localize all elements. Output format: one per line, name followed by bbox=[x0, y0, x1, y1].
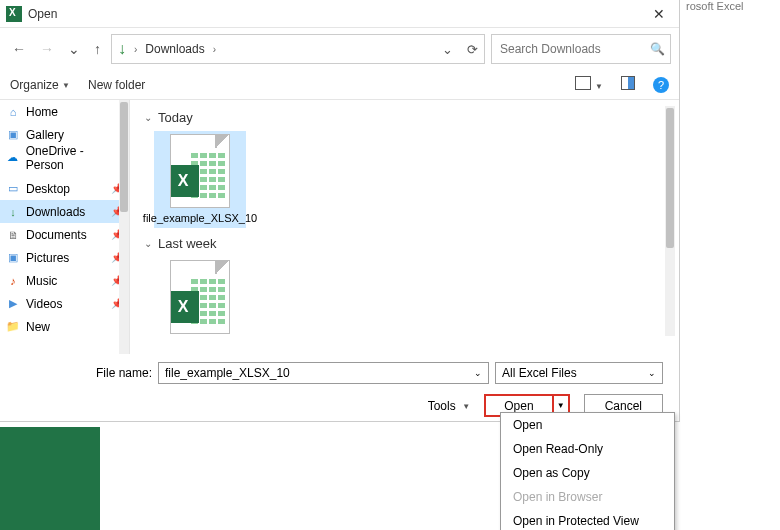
dialog-title: Open bbox=[28, 7, 57, 21]
gallery-icon: ▣ bbox=[6, 128, 20, 142]
back-button[interactable]: ← bbox=[12, 41, 26, 57]
sidebar-item-music[interactable]: ♪Music📌 bbox=[0, 269, 129, 292]
file-tile[interactable]: Xfile_example_XLSX_10 bbox=[154, 131, 246, 228]
recent-locations-button[interactable]: ⌄ bbox=[68, 41, 80, 57]
download-icon: ↓ bbox=[118, 40, 126, 58]
titlebar: Open ✕ bbox=[0, 0, 679, 28]
main-scrollbar[interactable] bbox=[665, 106, 675, 336]
file-name-input[interactable]: file_example_XLSX_10 ⌄ bbox=[158, 362, 489, 384]
file-name-label: File name: bbox=[16, 366, 152, 380]
scrollbar-thumb[interactable] bbox=[666, 108, 674, 248]
file-type-filter[interactable]: All Excel Files ⌄ bbox=[495, 362, 663, 384]
nav-bar: ← → ⌄ ↑ ↓ › Downloads › ⌄ ⟳ 🔍 bbox=[0, 28, 679, 70]
sidebar-item-label: Videos bbox=[26, 297, 62, 311]
toolbar: Organize ▼ New folder ▼ ? bbox=[0, 70, 679, 100]
sidebar-item-onedrive-person[interactable]: ☁OneDrive - Person bbox=[0, 146, 129, 169]
forward-button[interactable]: → bbox=[40, 41, 54, 57]
sidebar-scrollbar[interactable] bbox=[119, 100, 129, 354]
preview-pane-button[interactable] bbox=[621, 76, 635, 93]
chevron-icon: › bbox=[134, 44, 137, 55]
desktop-icon: ▭ bbox=[6, 182, 20, 196]
sidebar-item-label: Gallery bbox=[26, 128, 64, 142]
background-app-title: rosoft Excel bbox=[680, 0, 780, 16]
menu-item-open-as-copy[interactable]: Open as Copy bbox=[501, 461, 674, 485]
help-button[interactable]: ? bbox=[653, 77, 669, 93]
chevron-icon: › bbox=[213, 44, 216, 55]
sidebar-item-documents[interactable]: 🗎Documents📌 bbox=[0, 223, 129, 246]
sidebar-item-pictures[interactable]: ▣Pictures📌 bbox=[0, 246, 129, 269]
chevron-down-icon[interactable]: ⌄ bbox=[474, 368, 482, 378]
sidebar-item-home[interactable]: ⌂Home bbox=[0, 100, 129, 123]
history-dropdown[interactable]: ⌄ bbox=[442, 42, 453, 57]
excel-file-icon: X bbox=[170, 134, 230, 208]
sidebar-item-downloads[interactable]: ↓Downloads📌 bbox=[0, 200, 129, 223]
sidebar-item-label: OneDrive - Person bbox=[26, 144, 123, 172]
sidebar: ⌂Home▣Gallery☁OneDrive - Person ▭Desktop… bbox=[0, 100, 130, 354]
chevron-down-icon: ⌄ bbox=[144, 112, 152, 123]
sidebar-item-label: Downloads bbox=[26, 205, 85, 219]
music-icon: ♪ bbox=[6, 274, 20, 288]
up-button[interactable]: ↑ bbox=[94, 41, 101, 57]
background-panel bbox=[0, 427, 100, 530]
sidebar-item-label: New bbox=[26, 320, 50, 334]
sidebar-item-desktop[interactable]: ▭Desktop📌 bbox=[0, 177, 129, 200]
open-dialog: Open ✕ ← → ⌄ ↑ ↓ › Downloads › ⌄ ⟳ 🔍 Org… bbox=[0, 0, 680, 422]
search-icon: 🔍 bbox=[650, 42, 665, 56]
pic-icon: ▣ bbox=[6, 251, 20, 265]
scrollbar-thumb[interactable] bbox=[120, 102, 128, 212]
cloud-icon: ☁ bbox=[6, 151, 20, 165]
sidebar-item-label: Music bbox=[26, 274, 57, 288]
group-label: Last week bbox=[158, 236, 217, 251]
organize-button[interactable]: Organize ▼ bbox=[10, 78, 70, 92]
sidebar-item-label: Pictures bbox=[26, 251, 69, 265]
chevron-down-icon: ⌄ bbox=[144, 238, 152, 249]
menu-item-open-in-protected-view[interactable]: Open in Protected View bbox=[501, 509, 674, 530]
address-bar[interactable]: ↓ › Downloads › ⌄ ⟳ bbox=[111, 34, 485, 64]
view-button[interactable]: ▼ bbox=[575, 76, 603, 93]
new-folder-button[interactable]: New folder bbox=[88, 78, 145, 92]
sidebar-item-label: Home bbox=[26, 105, 58, 119]
search-input[interactable] bbox=[500, 42, 650, 56]
file-name: file_example_XLSX_10 bbox=[143, 212, 257, 225]
sidebar-item-videos[interactable]: ▶Videos📌 bbox=[0, 292, 129, 315]
menu-item-open[interactable]: Open bbox=[501, 413, 674, 437]
close-button[interactable]: ✕ bbox=[639, 0, 679, 28]
excel-file-icon: X bbox=[170, 260, 230, 334]
breadcrumb[interactable]: Downloads bbox=[145, 42, 204, 56]
search-box[interactable]: 🔍 bbox=[491, 34, 671, 64]
file-list: ⌄TodayXfile_example_XLSX_10⌄Last weekX bbox=[130, 100, 679, 354]
sidebar-item-label: Documents bbox=[26, 228, 87, 242]
tools-button[interactable]: Tools ▼ bbox=[428, 399, 471, 413]
group-header[interactable]: ⌄Last week bbox=[144, 236, 665, 251]
doc-icon: 🗎 bbox=[6, 228, 20, 242]
chevron-down-icon[interactable]: ⌄ bbox=[648, 368, 656, 378]
file-tile[interactable]: X bbox=[154, 257, 246, 337]
home-icon: ⌂ bbox=[6, 105, 20, 119]
new-icon: 📁 bbox=[6, 320, 20, 334]
refresh-button[interactable]: ⟳ bbox=[467, 42, 478, 57]
open-dropdown-menu: OpenOpen Read-OnlyOpen as CopyOpen in Br… bbox=[500, 412, 675, 530]
menu-item-open-in-browser: Open in Browser bbox=[501, 485, 674, 509]
menu-item-open-read-only[interactable]: Open Read-Only bbox=[501, 437, 674, 461]
group-header[interactable]: ⌄Today bbox=[144, 110, 665, 125]
group-label: Today bbox=[158, 110, 193, 125]
video-icon: ▶ bbox=[6, 297, 20, 311]
excel-icon bbox=[6, 6, 22, 22]
sidebar-item-new[interactable]: 📁New bbox=[0, 315, 129, 338]
download-icon: ↓ bbox=[6, 205, 20, 219]
sidebar-item-label: Desktop bbox=[26, 182, 70, 196]
